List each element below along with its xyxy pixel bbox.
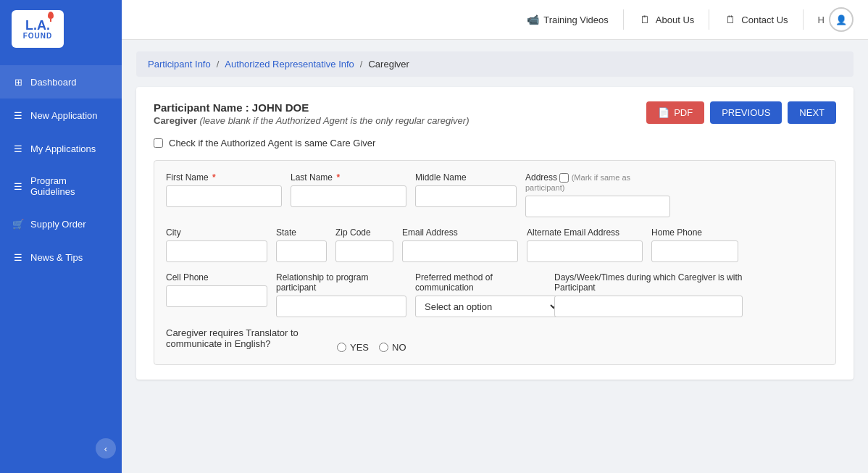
content-area: Participant Info / Authorized Representa…: [122, 40, 868, 473]
last-name-input[interactable]: [291, 185, 406, 207]
last-name-label: Last Name *: [291, 172, 406, 183]
translator-yes-label: YES: [350, 342, 369, 353]
zip-input[interactable]: [335, 240, 393, 262]
relationship-input[interactable]: [276, 296, 406, 317]
previous-label: PREVIOUS: [722, 107, 770, 118]
breadcrumb-sep-1: /: [217, 59, 220, 70]
newspaper-icon: ☰: [12, 251, 25, 264]
video-icon: 📹: [526, 13, 539, 26]
breadcrumb-authorized-rep[interactable]: Authorized Representative Info: [225, 59, 354, 70]
top-navigation: 📹 Training Videos 🗒 About Us 🗒 Contact U…: [122, 0, 868, 40]
nav-divider-1: [623, 9, 624, 30]
sidebar-item-new-application[interactable]: ☰ New Application: [0, 99, 122, 132]
address-group: Address (Mark if same as participant): [525, 172, 670, 217]
cell-phone-input[interactable]: [166, 285, 267, 307]
chevron-left-icon: ‹: [104, 443, 107, 454]
form-header: Participant Name : JOHN DOE Caregiver (l…: [154, 101, 836, 126]
contact-us-label: Contact Us: [741, 14, 788, 25]
home-phone-group: Home Phone: [651, 227, 738, 262]
home-phone-label: Home Phone: [651, 227, 738, 238]
translator-no-label: NO: [392, 342, 406, 353]
translator-no-radio[interactable]: [379, 343, 388, 352]
avatar-icon: 👤: [835, 14, 847, 25]
middle-name-input[interactable]: [415, 185, 517, 207]
translator-no-option[interactable]: NO: [379, 342, 406, 353]
middle-name-group: Middle Name: [415, 172, 517, 217]
breadcrumb: Participant Info / Authorized Representa…: [136, 51, 854, 77]
address-same-checkbox[interactable]: [559, 173, 569, 183]
file-plus-icon: ☰: [12, 109, 25, 122]
form-actions: 📄 PDF PREVIOUS NEXT: [646, 101, 836, 124]
sidebar-logo: L.A. FOUND: [0, 0, 122, 58]
sidebar-item-news-tips[interactable]: ☰ News & Tips: [0, 240, 122, 274]
translator-yes-option[interactable]: YES: [337, 342, 369, 353]
relationship-label: Relationship to program participant: [276, 272, 406, 293]
address-input[interactable]: [525, 196, 670, 217]
sidebar-label-my-applications: My Applications: [30, 143, 96, 154]
alt-email-input[interactable]: [527, 240, 643, 262]
sidebar: L.A. FOUND ⊞ Dashboard ☰ New Application…: [0, 0, 122, 473]
pdf-button[interactable]: 📄 PDF: [646, 101, 704, 124]
comm-method-group: Preferred method of communication Select…: [415, 272, 546, 317]
form-title-block: Participant Name : JOHN DOE Caregiver (l…: [154, 101, 470, 126]
user-initial: H: [818, 14, 825, 25]
pdf-icon: 📄: [658, 107, 669, 118]
cart-icon: 🛒: [12, 217, 25, 230]
nav-divider-2: [709, 9, 709, 30]
avatar[interactable]: 👤: [829, 7, 854, 32]
sidebar-item-program-guidelines[interactable]: ☰ Program Guidelines: [0, 165, 122, 207]
training-videos-label: Training Videos: [543, 14, 609, 25]
contact-us-link[interactable]: 🗒 Contact Us: [724, 13, 788, 26]
grid-icon: ⊞: [12, 75, 25, 88]
email-label: Email Address: [402, 227, 518, 238]
city-label: City: [166, 227, 267, 238]
translator-row: Caregiver requires Translator to communi…: [166, 327, 824, 353]
form-subtitle: Caregiver (leave blank if the Authorized…: [154, 115, 470, 126]
same-caregiver-checkbox[interactable]: [154, 138, 163, 148]
translator-yes-radio[interactable]: [337, 343, 346, 352]
first-name-input[interactable]: [166, 185, 282, 207]
breadcrumb-participant-info[interactable]: Participant Info: [148, 59, 211, 70]
days-times-input[interactable]: [554, 296, 743, 317]
caregiver-note: (leave blank if the Authorized Agent is …: [200, 115, 470, 126]
about-us-link[interactable]: 🗒 About Us: [638, 13, 694, 26]
comm-method-label: Preferred method of communication: [415, 272, 546, 293]
first-name-label: First Name *: [166, 172, 282, 183]
last-name-required: *: [336, 172, 340, 183]
email-group: Email Address: [402, 227, 518, 262]
caregiver-form-section: First Name * Last Name * Middle Name: [154, 160, 836, 365]
about-us-label: About Us: [656, 14, 694, 25]
next-button[interactable]: NEXT: [788, 101, 836, 124]
sidebar-item-dashboard[interactable]: ⊞ Dashboard: [0, 65, 122, 99]
email-input[interactable]: [402, 240, 518, 262]
state-label: State: [276, 227, 327, 238]
pdf-label: PDF: [674, 107, 693, 118]
form-row-3: Cell Phone Relationship to program parti…: [166, 272, 824, 317]
city-input[interactable]: [166, 240, 267, 262]
logo-la: L.A.: [25, 19, 50, 32]
participant-name-title: Participant Name : JOHN DOE: [154, 101, 470, 114]
sidebar-toggle-button[interactable]: ‹: [96, 438, 116, 459]
previous-button[interactable]: PREVIOUS: [710, 101, 782, 124]
alt-email-label: Alternate Email Address: [527, 227, 643, 238]
list-icon: ☰: [12, 142, 25, 155]
city-group: City: [166, 227, 267, 262]
logo-box: L.A. FOUND: [12, 10, 64, 48]
training-videos-link[interactable]: 📹 Training Videos: [526, 13, 609, 26]
same-caregiver-label: Check if the Authorized Agent is same Ca…: [169, 138, 375, 148]
comm-method-select[interactable]: Select an option Phone Email Text: [415, 296, 560, 317]
state-group: State: [276, 227, 327, 262]
logo-found: FOUND: [23, 32, 53, 40]
zip-group: Zip Code: [335, 227, 393, 262]
user-menu[interactable]: H 👤: [818, 7, 854, 32]
contact-icon: 🗒: [724, 13, 737, 26]
sidebar-label-news-tips: News & Tips: [30, 252, 83, 263]
home-phone-input[interactable]: [651, 240, 738, 262]
sidebar-item-supply-order[interactable]: 🛒 Supply Order: [0, 207, 122, 240]
sidebar-item-my-applications[interactable]: ☰ My Applications: [0, 132, 122, 165]
breadcrumb-sep-2: /: [360, 59, 363, 70]
logo-pin-icon: [48, 12, 54, 19]
main-area: 📹 Training Videos 🗒 About Us 🗒 Contact U…: [122, 0, 868, 473]
state-input[interactable]: [276, 240, 327, 262]
caregiver-form-card: Participant Name : JOHN DOE Caregiver (l…: [136, 87, 854, 380]
